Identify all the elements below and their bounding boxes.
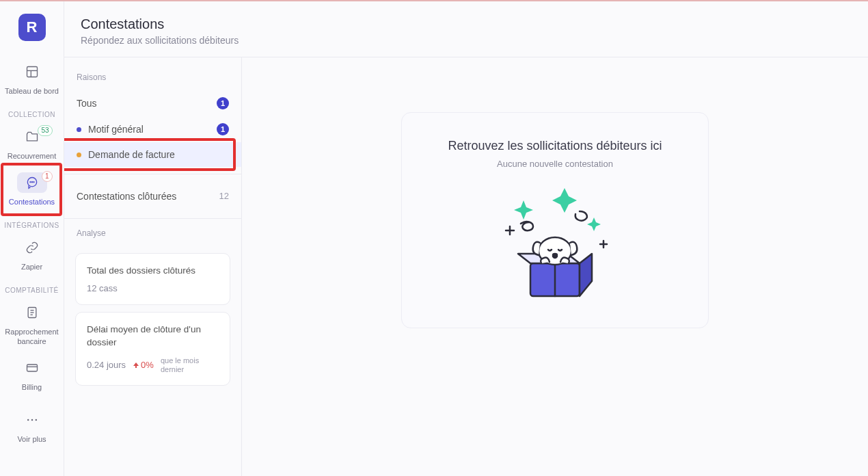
sidebar-item-zapier[interactable]: Zapier [0,232,64,277]
reason-dot [77,127,81,132]
sidebar-item-contestations[interactable]: 1 Contestations [0,167,64,212]
page-header: Contestations Répondez aux sollicitation… [64,1,868,57]
analysis-total-closed: Total des dossiers clôturés 12 cass [75,253,230,305]
page-subtitle: Répondez aux sollicitations débiteurs [81,35,852,46]
reasons-panel-label: Raisons [64,70,241,90]
sidebar-section-collection: COLLECTION [8,111,55,118]
reasons-panel: Raisons Tous 1 Motif général 1 [64,57,242,476]
sidebar-item-rapprochement[interactable]: Rapprochement bancaire [0,297,64,352]
sidebar-item-label: Rapprochement bancaire [5,327,58,347]
link-icon [25,241,39,254]
svg-point-15 [35,419,37,421]
closed-count: 12 [219,191,229,202]
reason-general[interactable]: Motif général 1 [64,116,241,142]
analysis-avg-delay: Délai moyen de clôture d'un dossier 0.24… [75,312,230,386]
svg-point-5 [31,181,32,182]
delta-sub: que le mois dernier [161,356,215,374]
dots-icon [25,418,39,422]
svg-point-6 [33,181,34,182]
reason-name: Demande de facture [88,149,175,160]
main-sidebar: R Tableau de bord COLLECTION 53 Recouvre… [0,1,64,476]
empty-title: Retrouvez les sollicitations débiteurs i… [448,139,662,153]
card-title: Total des dossiers clôturés [87,265,219,278]
svg-point-14 [31,419,33,421]
sidebar-item-dashboard[interactable]: Tableau de bord [0,56,64,101]
dashboard-icon [25,65,39,79]
card-title: Délai moyen de clôture d'un dossier [87,323,219,349]
card-icon [25,361,39,375]
card-value: 0.24 jours [87,360,126,370]
card-value: 12 cass [87,283,219,293]
sidebar-item-label: Voir plus [17,434,46,444]
reason-count: 1 [217,123,229,135]
sidebar-item-recouvrement[interactable]: 53 Recouvrement [0,121,64,166]
reason-all-label: Tous [77,98,97,109]
sidebar-item-more[interactable]: Voir plus [0,404,64,449]
reason-invoice-request[interactable]: Demande de facture [64,142,241,167]
panel-divider [64,218,241,219]
svg-point-13 [27,419,29,421]
svg-rect-0 [27,67,37,77]
delta-indicator: 0% [133,360,154,370]
reason-all[interactable]: Tous 1 [64,90,241,116]
app-logo[interactable]: R [18,14,46,41]
main-area: Contestations Répondez aux sollicitation… [64,1,868,476]
empty-illustration [500,188,610,304]
badge-recouvrement: 53 [38,125,52,136]
sidebar-item-label: Zapier [21,262,42,272]
analysis-label: Analyse [64,226,241,246]
sidebar-item-billing[interactable]: Billing [0,352,64,397]
svg-point-4 [30,181,31,182]
sidebar-item-label: Contestations [9,197,55,207]
delta-value: 0% [141,360,154,370]
reason-dot [77,153,81,157]
sidebar-item-label: Tableau de bord [5,86,59,96]
arrow-up-icon [133,362,139,369]
empty-subtitle: Aucune nouvelle contestation [497,159,613,169]
folder-icon [25,130,39,144]
badge-contestations: 1 [42,171,53,182]
reason-name: Motif général [88,124,144,135]
sidebar-item-label: Billing [22,382,42,392]
sidebar-section-integrations: INTÉGRATIONS [4,222,59,229]
empty-state-card: Retrouvez les sollicitations débiteurs i… [401,112,709,328]
sidebar-item-label: Recouvrement [8,151,57,161]
chat-icon [25,176,39,189]
receipt-icon [25,306,39,319]
page-title: Contestations [81,16,852,32]
closed-disputes-row[interactable]: Contestations clôturées 12 [64,181,241,211]
sidebar-section-comptabilite: COMPTABILITÉ [5,287,59,294]
reason-all-count: 1 [217,97,229,109]
empty-state-area: Retrouvez les sollicitations débiteurs i… [242,57,868,476]
svg-rect-11 [27,365,37,371]
closed-label: Contestations clôturées [77,191,176,202]
panel-divider [64,174,241,174]
